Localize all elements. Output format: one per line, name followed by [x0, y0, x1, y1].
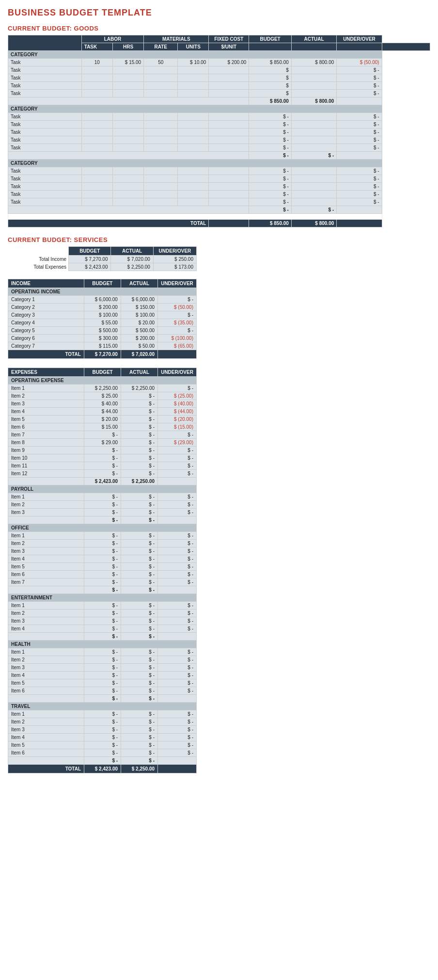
expenses-group-subtotal-0: $ 2,423.00 $ 2,250.00	[8, 478, 197, 485]
expenses-data-row: Item 11 $ - $ - $ -	[8, 462, 197, 470]
goods-subtotal-budget: $ 850.00	[249, 97, 292, 105]
goods-task-label: Task	[8, 198, 82, 206]
expenses-header-budget: BUDGET	[84, 368, 121, 377]
goods-task-fixed	[209, 136, 249, 144]
income-row-actual: $ 20.00	[121, 319, 157, 327]
goods-task-label: Task	[8, 74, 82, 82]
expenses-row-under-over: $ -	[158, 563, 197, 571]
expenses-row-budget: $ -	[84, 617, 121, 625]
expenses-row-budget: $ -	[84, 734, 121, 741]
goods-task-fixed	[209, 113, 249, 121]
expenses-group-header-5: TRAVEL	[8, 703, 197, 710]
expenses-row-budget: $ -	[84, 741, 121, 749]
goods-subtotal-empty	[8, 206, 249, 214]
goods-task-label: Task	[8, 167, 82, 175]
expenses-data-row: Item 2 $ - $ - $ -	[8, 718, 197, 726]
goods-task-fixed	[209, 74, 249, 82]
income-row-label: Category 6	[8, 335, 84, 342]
expenses-group-subtotal-1: $ - $ -	[8, 516, 197, 524]
expenses-subtotal-budget: $ 2,423.00	[84, 478, 121, 485]
expenses-row-budget: $ -	[84, 648, 121, 656]
income-row-budget: $ 6,000.00	[84, 296, 121, 304]
goods-subtotal-actual: $ -	[291, 206, 336, 214]
income-total-row: TOTAL $ 7,270.00 $ 7,020.00	[8, 350, 197, 359]
expenses-row-label: Item 7	[8, 578, 84, 586]
expenses-group-label: PAYROLL	[8, 485, 197, 493]
expenses-row-label: Item 4	[8, 672, 84, 679]
expenses-row-label: Item 6	[8, 571, 84, 578]
goods-task-units	[144, 90, 178, 97]
expenses-row-actual: $ -	[121, 672, 158, 679]
goods-task-units	[144, 121, 178, 129]
goods-task-fixed	[209, 129, 249, 136]
expenses-data-row: Item 3 $ 40.00 $ - $ (40.00)	[8, 400, 197, 408]
goods-task-hrs	[81, 175, 112, 183]
expenses-row-budget: $ -	[84, 501, 121, 509]
expenses-row-budget: $ -	[84, 571, 121, 578]
goods-task-fixed	[209, 82, 249, 90]
expenses-subtotal-empty	[8, 633, 84, 641]
goods-task-hrs	[81, 198, 112, 206]
expenses-total-budget: $ 2,423.00	[84, 765, 121, 773]
summary-row-label: Total Income	[8, 256, 69, 263]
expenses-subtotal-under-over	[158, 633, 197, 641]
expenses-row-label: Item 5	[8, 563, 84, 571]
goods-task-fixed	[209, 167, 249, 175]
expenses-subtotal-empty	[8, 757, 84, 765]
goods-task-units	[144, 183, 178, 191]
goods-task-per-unit	[178, 136, 209, 144]
goods-task-actual	[291, 113, 336, 121]
expenses-row-budget: $ -	[84, 726, 121, 734]
goods-task-label: Task	[8, 129, 82, 136]
expenses-row-label: Item 8	[8, 439, 84, 447]
expenses-row-actual: $ -	[121, 540, 158, 547]
goods-task-fixed	[209, 191, 249, 198]
goods-task-hrs	[81, 167, 112, 175]
goods-total-empty	[209, 220, 249, 227]
expenses-row-under-over: $ (44.00)	[158, 408, 197, 416]
goods-task-per-unit	[178, 183, 209, 191]
goods-task-row: Task $ - $ -	[8, 175, 430, 183]
goods-task-units	[144, 198, 178, 206]
expenses-subtotal-empty	[8, 586, 84, 594]
goods-task-rate	[112, 136, 143, 144]
goods-task-hrs	[81, 113, 112, 121]
expenses-row-budget: $ 44.00	[84, 408, 121, 416]
expenses-group-subtotal-3: $ - $ -	[8, 633, 197, 641]
expenses-row-actual: $ -	[121, 617, 158, 625]
goods-task-actual	[291, 66, 336, 74]
goods-task-row: Task $ $ -	[8, 90, 430, 97]
goods-category-0: CATEGORY	[8, 51, 382, 59]
expenses-row-label: Item 1	[8, 602, 84, 610]
expenses-row-label: Item 12	[8, 470, 84, 478]
goods-task-per-unit	[178, 191, 209, 198]
expenses-row-budget: $ -	[84, 454, 121, 462]
expenses-row-under-over: $ -	[158, 501, 197, 509]
income-row-label: Category 3	[8, 311, 84, 319]
expenses-row-under-over: $ -	[158, 710, 197, 718]
goods-sub-per-unit: $/UNIT	[209, 43, 249, 51]
goods-task-label: Task	[8, 90, 82, 97]
goods-task-label: Task	[8, 175, 82, 183]
expenses-row-label: Item 3	[8, 726, 84, 734]
income-data-row: Category 4 $ 55.00 $ 20.00 $ (35.00)	[8, 319, 197, 327]
expenses-total-label: TOTAL	[8, 765, 84, 773]
goods-task-rate: $ 15.00	[112, 59, 143, 66]
goods-task-label: Task	[8, 183, 82, 191]
expenses-row-label: Item 4	[8, 555, 84, 563]
expenses-row-actual: $ -	[121, 578, 158, 586]
expenses-row-actual: $ -	[121, 501, 158, 509]
income-row-actual: $ 200.00	[121, 335, 157, 342]
goods-task-budget: $	[249, 82, 292, 90]
goods-subtotal-empty	[8, 97, 249, 105]
expenses-row-budget: $ -	[84, 610, 121, 617]
goods-task-row: Task $ $ -	[8, 74, 430, 82]
goods-task-under-over: $ -	[337, 175, 382, 183]
expenses-subtotal-under-over	[158, 516, 197, 524]
goods-task-actual	[291, 167, 336, 175]
income-header-under-over: UNDER/OVER	[158, 279, 197, 288]
goods-section-title: CURRENT BUDGET: GOODS	[8, 25, 430, 32]
goods-task-rate	[112, 144, 143, 152]
expenses-row-label: Item 2	[8, 718, 84, 726]
expenses-subtotal-actual: $ -	[121, 586, 158, 594]
